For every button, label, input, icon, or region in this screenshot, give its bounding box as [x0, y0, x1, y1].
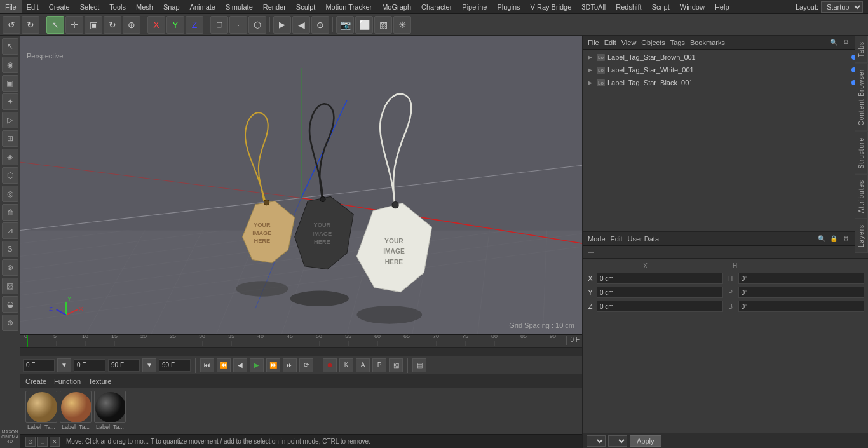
menu-pipeline[interactable]: Pipeline	[457, 0, 492, 13]
menu-vray[interactable]: V-Ray Bridge	[526, 0, 577, 13]
tab-content-browser[interactable]: Content Browser	[855, 63, 868, 131]
transport-record[interactable]: ⏺	[323, 358, 337, 372]
lp-tool-2[interactable]: ◉	[2, 57, 18, 73]
lp-tool-15[interactable]: ◒	[2, 296, 18, 313]
transport-key[interactable]: K	[339, 358, 353, 372]
lp-tool-10[interactable]: ⟰	[2, 204, 18, 221]
lp-tool-4[interactable]: ✦	[2, 93, 18, 110]
transport-goto-end[interactable]: ⏭	[283, 358, 297, 372]
menu-redshift[interactable]: Redshift	[611, 0, 646, 13]
transport-motion[interactable]: ▤	[412, 358, 426, 372]
transport-play-back[interactable]: ◀	[233, 358, 247, 372]
undo-button[interactable]: ↺	[3, 16, 20, 34]
3d-viewport[interactable]: View Cameras Display Options Filter Pane…	[20, 36, 582, 334]
attr-menu-userdata[interactable]: User Data	[628, 235, 660, 243]
transport-step-forward[interactable]: ⏩	[266, 358, 280, 372]
y-axis-button[interactable]: Y	[166, 16, 184, 34]
attr-settings-icon[interactable]: ⚙	[841, 234, 851, 244]
redo-button[interactable]: ↻	[22, 16, 39, 34]
end-frame-field[interactable]: 90 F	[108, 359, 140, 372]
move-tool-button[interactable]: ✛	[65, 16, 83, 34]
menu-create[interactable]: Create	[44, 0, 75, 13]
attr-menu-mode[interactable]: Mode	[588, 235, 606, 243]
menu-select[interactable]: Select	[75, 0, 105, 13]
menu-edit[interactable]: Edit	[22, 0, 44, 13]
transport-play-forward[interactable]: ▶	[250, 358, 264, 372]
coord-x-val[interactable]: 0 cm	[597, 273, 723, 284]
menu-file[interactable]: File	[0, 0, 22, 13]
table-row[interactable]: ▶ Lo Label_Tag_Star_White_001	[583, 64, 868, 76]
obj-menu-file[interactable]: File	[588, 39, 599, 46]
obj-menu-bookmarks[interactable]: Bookmarks	[690, 39, 725, 46]
coord-y-val[interactable]: 0 cm	[597, 287, 723, 298]
lp-tool-13[interactable]: ⊗	[2, 259, 18, 276]
grid-button[interactable]: ▨	[374, 16, 392, 34]
status-icon-2[interactable]: □	[37, 437, 48, 447]
transport-end-frame-arrow[interactable]: ▼	[142, 358, 156, 372]
menu-sculpt[interactable]: Sculpt	[291, 0, 321, 13]
light-button[interactable]: ☀	[393, 16, 411, 34]
camera-button[interactable]: 📷	[336, 16, 354, 34]
menu-mesh[interactable]: Mesh	[131, 0, 158, 13]
object-mode-button[interactable]: ▢	[210, 16, 228, 34]
menu-3dtoall[interactable]: 3DToAll	[576, 0, 611, 13]
mat-menu-function[interactable]: Function	[54, 377, 81, 385]
lp-tool-5[interactable]: ▷	[2, 112, 18, 128]
material-item-brown[interactable]: Label_Ta...	[25, 391, 57, 430]
menu-snap[interactable]: Snap	[158, 0, 185, 13]
render-active-button[interactable]: ◀	[292, 16, 310, 34]
obj-menu-objects[interactable]: Objects	[641, 39, 665, 46]
current-frame-field[interactable]: 0 F	[23, 359, 55, 372]
menu-mograph[interactable]: MoGraph	[377, 0, 416, 13]
table-row[interactable]: ▶ Lo Label_Tag_Star_Black_001	[583, 76, 868, 89]
menu-plugins[interactable]: Plugins	[492, 0, 525, 13]
coord-b-val[interactable]: 0°	[738, 301, 865, 312]
lp-tool-8[interactable]: ⬡	[2, 167, 18, 184]
rotate-tool-button[interactable]: ↻	[104, 16, 121, 34]
select-tool-button[interactable]: ↖	[46, 16, 64, 34]
scale-tool-button[interactable]: ▣	[85, 16, 102, 34]
material-item-tan[interactable]: Label_Ta...	[60, 391, 92, 430]
tab-tabs[interactable]: Tabs	[855, 36, 868, 63]
menu-motion-tracker[interactable]: Motion Tracker	[320, 0, 377, 13]
lp-tool-1[interactable]: ↖	[2, 38, 18, 55]
floor-button[interactable]: ⬜	[355, 16, 373, 34]
x-axis-button[interactable]: X	[147, 16, 165, 34]
material-item-dark[interactable]: Label_Ta...	[94, 391, 126, 430]
obj-menu-edit[interactable]: Edit	[604, 39, 616, 46]
transport-step-back[interactable]: ⏪	[217, 358, 231, 372]
coord-p-val[interactable]: 0°	[738, 287, 865, 298]
tab-layers[interactable]: Layers	[855, 219, 868, 253]
tab-attributes[interactable]: Attributes	[855, 174, 868, 219]
obj-search-icon[interactable]: 🔍	[829, 37, 839, 48]
menu-render[interactable]: Render	[258, 0, 291, 13]
mat-menu-texture[interactable]: Texture	[88, 377, 111, 385]
attr-menu-edit[interactable]: Edit	[611, 235, 623, 243]
scale-dropdown[interactable]: Scale	[608, 435, 627, 447]
lp-tool-3[interactable]: ▣	[2, 75, 18, 92]
z-axis-button[interactable]: Z	[186, 16, 203, 34]
menu-script[interactable]: Script	[647, 0, 675, 13]
transport-goto-start[interactable]: ⏮	[200, 358, 214, 372]
attr-search-icon[interactable]: 🔍	[817, 234, 827, 244]
menu-help[interactable]: Help	[710, 0, 735, 13]
attr-lock-icon[interactable]: 🔒	[829, 234, 839, 244]
transport-grid[interactable]: ▨	[389, 358, 403, 372]
world-dropdown[interactable]: World	[587, 435, 606, 447]
coord-h-val[interactable]: 0°	[738, 273, 865, 284]
menu-window[interactable]: Window	[675, 0, 710, 13]
coord-z-val[interactable]: 0 cm	[597, 301, 723, 312]
obj-menu-view[interactable]: View	[621, 39, 637, 46]
status-icon-1[interactable]: ⊙	[25, 437, 36, 447]
lp-tool-9[interactable]: ◎	[2, 186, 18, 202]
status-icon-3[interactable]: ✕	[50, 437, 60, 447]
menu-tools[interactable]: Tools	[104, 0, 131, 13]
menu-animate[interactable]: Animate	[185, 0, 220, 13]
lp-tool-7[interactable]: ◈	[2, 149, 18, 165]
lp-tool-12[interactable]: S	[2, 241, 18, 257]
transport-auto[interactable]: A	[356, 358, 370, 372]
transport-loop[interactable]: ⟳	[299, 358, 313, 372]
lp-tool-6[interactable]: ⊞	[2, 130, 18, 147]
point-mode-button[interactable]: ·	[229, 16, 247, 34]
table-row[interactable]: ▶ Lo Label_Tag_Star_Brown_001	[583, 51, 868, 64]
